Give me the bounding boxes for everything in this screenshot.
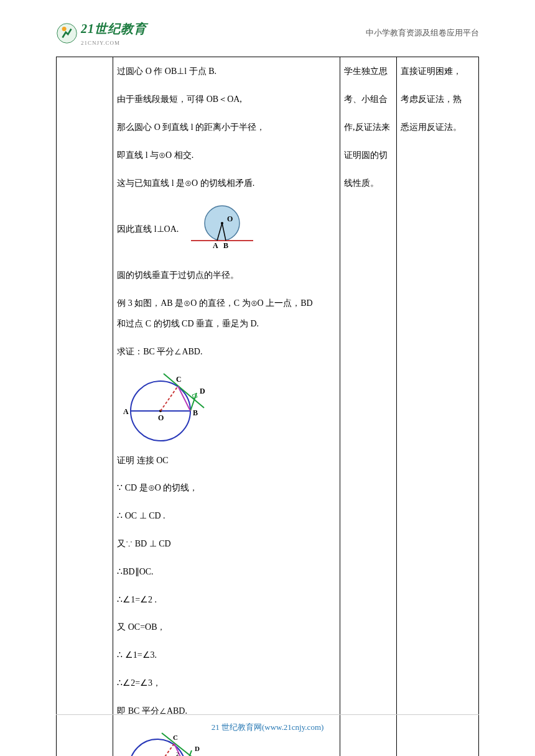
- text-line: 线性质。: [344, 174, 393, 193]
- text-line: ∴BD∥OC.: [117, 563, 336, 582]
- text-line: 由于垂线段最短，可得 OB＜OA,: [117, 90, 336, 109]
- main-table: 过圆心 O 作 OB⊥l 于点 B. 由于垂线段最短，可得 OB＜OA, 那么圆…: [56, 57, 479, 756]
- text-line: 过圆心 O 作 OB⊥l 于点 B.: [117, 62, 336, 81]
- text-line: 证明圆的切: [344, 146, 393, 165]
- text-line: 学生独立思: [344, 62, 393, 81]
- text-line: 又 OC=OB，: [117, 618, 336, 637]
- text-line: ∴ ∠1=∠3.: [117, 646, 336, 665]
- table-row: 过圆心 O 作 OB⊥l 于点 B. 由于垂线段最短，可得 OB＜OA, 那么圆…: [57, 57, 479, 756]
- text-line: ∴∠1=∠2 .: [117, 591, 336, 610]
- text-line: 和过点 C 的切线 CD 垂直，垂足为 D.: [117, 315, 336, 334]
- label-A: A: [213, 241, 218, 250]
- text-line: 因此直线 l⊥OA.: [117, 223, 179, 236]
- logo-text: 21世纪教育 21CNJY.COM: [81, 19, 147, 47]
- header-right-text: 中小学教育资源及组卷应用平台: [366, 27, 479, 40]
- text-line: 考虑反证法，熟: [401, 90, 475, 109]
- text-line: 考、小组合: [344, 90, 393, 109]
- text-line: 悉运用反证法。: [401, 118, 475, 137]
- text-line: 圆的切线垂直于过切点的半径。: [117, 266, 336, 285]
- svg-line-11: [164, 374, 204, 408]
- svg-line-13: [178, 386, 190, 411]
- diagram1-row: 因此直线 l⊥OA. O A B: [117, 201, 336, 257]
- col2: 过圆心 O 作 OB⊥l 于点 B. 由于垂线段最短，可得 OB＜OA, 那么圆…: [113, 57, 340, 756]
- text-line: 作,反证法来: [344, 118, 393, 137]
- page-header: 21世纪教育 21CNJY.COM 中小学教育资源及组卷应用平台: [0, 0, 535, 50]
- text-line: 证明 连接 OC: [117, 451, 336, 471]
- logo-icon: [56, 22, 78, 44]
- col4: 直接证明困难， 考虑反证法，熟 悉运用反证法。: [397, 57, 479, 756]
- label-O: O: [227, 214, 233, 223]
- diagram2: O A B C D: [117, 371, 223, 445]
- text-line: ∴∠2=∠3，: [117, 674, 336, 693]
- label-D: D: [195, 745, 200, 752]
- label-A: A: [123, 407, 129, 416]
- logo-main-text: 21世纪教育: [81, 19, 147, 39]
- label-2: 2: [176, 751, 179, 756]
- label-D: D: [200, 387, 205, 395]
- label-C: C: [176, 375, 182, 384]
- label-B: B: [193, 408, 198, 417]
- col3: 学生独立思 考、小组合 作,反证法来 证明圆的切 线性质。: [340, 57, 397, 756]
- col1: [57, 57, 113, 756]
- text-line: 例 3 如图，AB 是⊙O 的直径，C 为⊙O 上一点，BD: [117, 294, 336, 313]
- label-B: B: [223, 241, 228, 250]
- text-line: 又∵ BD ⊥ CD: [117, 535, 336, 554]
- text-line: 即直线 l 与⊙O 相交.: [117, 146, 336, 165]
- diagram1: O A B: [185, 201, 259, 257]
- text-line: ∵ CD 是⊙O 的切线，: [117, 479, 336, 498]
- content-wrapper: 过圆心 O 作 OB⊥l 于点 B. 由于垂线段最短，可得 OB＜OA, 那么圆…: [0, 50, 535, 756]
- text-line: 那么圆心 O 到直线 l 的距离小于半径，: [117, 118, 336, 137]
- logo-sub-text: 21CNJY.COM: [81, 39, 147, 47]
- svg-point-1: [62, 27, 67, 31]
- text-line: 直接证明困难，: [401, 62, 475, 81]
- svg-line-10: [160, 386, 178, 411]
- text-line: 求证：BC 平分∠ABD.: [117, 343, 336, 362]
- label-C: C: [173, 734, 178, 741]
- text-line: 这与已知直线 l 是⊙O 的切线相矛盾.: [117, 174, 336, 193]
- page-footer: 21 世纪教育网(www.21cnjy.com): [56, 714, 479, 734]
- logo: 21世纪教育 21CNJY.COM: [56, 19, 147, 47]
- label-O: O: [158, 413, 164, 422]
- text-line: ∴ OC ⊥ CD .: [117, 507, 336, 526]
- svg-rect-14: [192, 394, 197, 399]
